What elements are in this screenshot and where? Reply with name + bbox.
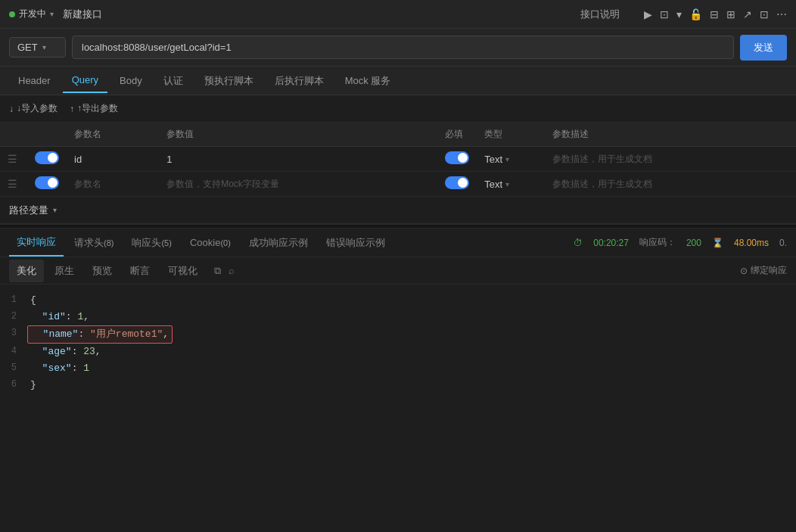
fmt-tab-raw[interactable]: 原生 xyxy=(47,260,82,282)
env-status-dot xyxy=(9,11,15,17)
tab-error-example[interactable]: 错误响应示例 xyxy=(319,230,393,256)
tabs-row: Header Query Body 认证 预执行脚本 后执行脚本 Mock 服务 xyxy=(0,67,796,95)
save-icon[interactable]: ⊟ xyxy=(710,8,719,20)
import-icon: ↓ xyxy=(9,104,14,114)
response-time: 00:20:27 xyxy=(593,238,629,248)
line-num-3: 3 xyxy=(6,325,27,341)
url-bar: GET ▾ 发送 xyxy=(0,29,796,67)
param2-name[interactable]: 参数名 xyxy=(67,172,159,197)
json-content-3: "name": "用户remote1", xyxy=(27,325,173,344)
fmt-tab-visualize[interactable]: 可视化 xyxy=(160,260,205,282)
tab-response-headers[interactable]: 响应头(5) xyxy=(124,230,179,256)
env-badge[interactable]: 开发中 ▾ xyxy=(9,8,54,20)
play-icon[interactable]: ▶ xyxy=(644,8,652,20)
fmt-tab-preview[interactable]: 预览 xyxy=(85,260,120,282)
param1-name[interactable]: id xyxy=(67,147,159,172)
send-button[interactable]: 发送 xyxy=(740,35,787,61)
tab-success-example[interactable]: 成功响应示例 xyxy=(241,230,316,256)
method-chevron-icon: ▾ xyxy=(42,43,46,51)
json-content-1: { xyxy=(27,292,39,309)
params-toolbar: ↓ ↓导入参数 ↑ ↑导出参数 xyxy=(0,95,796,123)
param1-type-chevron-icon: ▾ xyxy=(505,155,509,163)
export-icon: ↑ xyxy=(70,104,74,114)
json-line-4: 4 "age": 23, xyxy=(0,344,796,360)
copy-response-icon[interactable]: ⧉ xyxy=(214,265,221,277)
json-viewer: 1 { 2 "id": 1, 3 "name": "用户remote1", 4 … xyxy=(0,285,796,402)
response-size: 0. xyxy=(779,238,787,248)
api-desc-label[interactable]: 接口说明 xyxy=(580,8,620,21)
env-chevron-icon: ▾ xyxy=(50,10,54,18)
json-line-6: 6 } xyxy=(0,377,796,394)
json-content-5: "sex": 1 xyxy=(27,360,92,377)
path-variables-section[interactable]: 路径变量 ▾ xyxy=(0,197,796,224)
tab-realtime-response[interactable]: 实时响应 xyxy=(9,229,64,257)
response-headers-badge: (5) xyxy=(161,238,171,247)
table-row: ☰ id 1 Text ▾ 参数描述，用于生成文档 xyxy=(0,147,796,172)
more-icon[interactable]: ⋯ xyxy=(776,8,787,20)
param2-required-toggle[interactable] xyxy=(445,176,469,189)
layout-icon[interactable]: ⊞ xyxy=(726,8,735,20)
env-label: 开发中 xyxy=(19,8,46,20)
format-tabs-row: 美化 原生 预览 断言 可视化 ⧉ ⌕ ⊙ 绑定响应 xyxy=(0,257,796,285)
param1-desc[interactable]: 参数描述，用于生成文档 xyxy=(545,147,796,172)
param1-type-select[interactable]: Text ▾ xyxy=(484,154,537,165)
col-param-value: 参数值 xyxy=(159,123,437,147)
bind-response-button[interactable]: ⊙ 绑定响应 xyxy=(740,264,787,277)
drag-handle[interactable]: ☰ xyxy=(8,153,17,165)
tab-request-headers[interactable]: 请求头(8) xyxy=(67,230,121,256)
tab-pre-script[interactable]: 预执行脚本 xyxy=(195,68,263,94)
method-label: GET xyxy=(17,42,38,53)
param2-toggle[interactable] xyxy=(35,176,59,189)
path-vars-label: 路径变量 xyxy=(9,204,48,217)
copy-chevron-icon: ▾ xyxy=(676,8,682,20)
json-content-2: "id": 1, xyxy=(27,309,92,325)
line-num-2: 2 xyxy=(6,309,27,324)
tab-post-script[interactable]: 后执行脚本 xyxy=(266,68,333,94)
line-num-4: 4 xyxy=(6,344,27,359)
col-desc: 参数描述 xyxy=(545,123,796,147)
tab-cookie[interactable]: Cookie(0) xyxy=(182,231,238,254)
new-interface-title: 新建接口 xyxy=(63,8,102,21)
drag-handle[interactable]: ☰ xyxy=(8,178,17,190)
tab-body[interactable]: Body xyxy=(110,69,151,92)
path-vars-chevron-icon: ▾ xyxy=(53,206,57,214)
response-tabs-row: 实时响应 请求头(8) 响应头(5) Cookie(0) 成功响应示例 错误响应… xyxy=(0,229,796,257)
table-row: ☰ 参数名 参数值，支持Mock字段变量 Text ▾ 参数描述，用于生成文档 xyxy=(0,172,796,197)
col-param-name: 参数名 xyxy=(67,123,159,147)
download-icon[interactable]: ⊡ xyxy=(760,8,769,20)
copy-icon[interactable]: ⊡ xyxy=(660,8,669,20)
line-num-1: 1 xyxy=(6,292,27,307)
url-input[interactable] xyxy=(72,36,734,59)
param2-type-chevron-icon: ▾ xyxy=(505,180,509,188)
method-select[interactable]: GET ▾ xyxy=(9,37,66,58)
import-params-button[interactable]: ↓ ↓导入参数 xyxy=(9,102,58,115)
clock-icon: ⏱ xyxy=(574,238,583,248)
tab-mock[interactable]: Mock 服务 xyxy=(336,68,400,94)
top-bar: 开发中 ▾ 新建接口 接口说明 ▶ ⊡ ▾ 🔓 ⊟ ⊞ ↗ ⊡ ⋯ xyxy=(0,0,796,29)
tab-query[interactable]: Query xyxy=(63,68,107,93)
param2-value[interactable]: 参数值，支持Mock字段变量 xyxy=(159,172,437,197)
json-content-6: } xyxy=(27,377,39,394)
param2-type-label: Text xyxy=(484,179,502,190)
export-params-button[interactable]: ↑ ↑导出参数 xyxy=(70,102,118,115)
param2-desc[interactable]: 参数描述，用于生成文档 xyxy=(545,172,796,197)
response-code: 200 xyxy=(686,238,701,248)
param1-value[interactable]: 1 xyxy=(159,147,437,172)
response-code-label: 响应码： xyxy=(639,236,676,249)
param1-required-toggle[interactable] xyxy=(445,151,469,164)
lock-icon[interactable]: 🔓 xyxy=(689,8,702,20)
top-bar-icons: ▶ ⊡ ▾ 🔓 ⊟ ⊞ ↗ ⊡ ⋯ xyxy=(644,8,787,20)
param1-toggle[interactable] xyxy=(35,151,59,164)
json-line-5: 5 "sex": 1 xyxy=(0,360,796,377)
tab-auth[interactable]: 认证 xyxy=(154,68,192,94)
param2-type-select[interactable]: Text ▾ xyxy=(484,179,537,190)
bind-icon: ⊙ xyxy=(740,266,748,276)
export-icon[interactable]: ↗ xyxy=(743,8,752,20)
search-response-icon[interactable]: ⌕ xyxy=(229,265,235,276)
response-duration: 48.00ms xyxy=(734,238,769,248)
cookie-badge: (0) xyxy=(220,238,230,247)
json-line-3: 3 "name": "用户remote1", xyxy=(0,325,796,344)
fmt-tab-beautify[interactable]: 美化 xyxy=(9,260,44,282)
tab-header[interactable]: Header xyxy=(9,69,60,92)
fmt-tab-assert[interactable]: 断言 xyxy=(123,260,157,282)
